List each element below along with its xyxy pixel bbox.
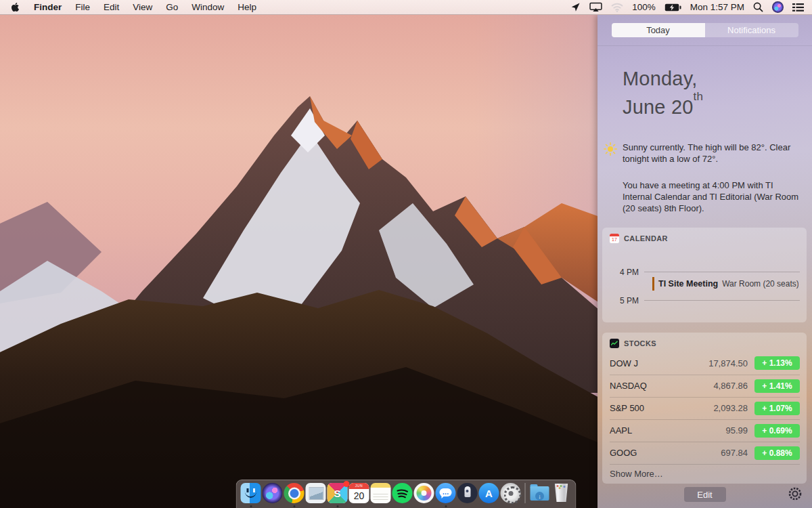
- date-line2: June 20th: [623, 91, 812, 119]
- stock-row-sp500[interactable]: S&P 500 2,093.28 + 1.07%: [610, 397, 800, 419]
- stock-symbol: GOOG: [610, 448, 721, 458]
- nc-header-divider: [597, 45, 812, 46]
- dock-system-preferences[interactable]: [501, 483, 521, 503]
- weather-summary: Sunny currently. The high will be 82°. C…: [623, 142, 802, 165]
- dock-downloads[interactable]: ↓: [530, 483, 550, 503]
- calendar-widget[interactable]: 17 CALENDAR 4 PM 5 PM TI Site Meeting Wa…: [602, 228, 807, 322]
- wifi-icon[interactable]: [611, 3, 623, 12]
- stock-value: 17,874.50: [708, 358, 748, 368]
- apple-icon: [11, 2, 20, 12]
- sun-icon: [604, 142, 617, 156]
- event-location: War Room (20 seats) 8t…: [722, 279, 798, 289]
- stock-row-aapl[interactable]: AAPL 95.99 + 0.69%: [610, 419, 800, 442]
- menu-item-edit[interactable]: Edit: [97, 2, 126, 12]
- stock-value: 2,093.28: [713, 403, 748, 413]
- battery-charging-icon[interactable]: [664, 3, 681, 12]
- dock: S JUN 20 … A ↓: [236, 480, 577, 508]
- event-title: TI Site Meeting: [658, 279, 718, 289]
- tab-today[interactable]: Today: [612, 23, 705, 37]
- menu-item-go[interactable]: Go: [159, 2, 185, 12]
- chrome-icon: [284, 483, 304, 503]
- notification-center-panel: Today Notifications Monday, June 20th Su…: [597, 15, 812, 508]
- dock-slack[interactable]: S: [328, 483, 348, 503]
- stock-value: 697.84: [721, 448, 748, 458]
- location-icon[interactable]: [570, 2, 581, 12]
- date-ordinal-suffix: th: [694, 90, 704, 103]
- calendar-widget-icon: 17: [610, 234, 619, 243]
- spotlight-icon[interactable]: [753, 2, 763, 12]
- meeting-summary: You have a meeting at 4:00 PM with TI In…: [623, 179, 802, 214]
- stock-change-badge[interactable]: + 1.41%: [754, 379, 800, 393]
- calendar-icon-day: 20: [349, 489, 369, 503]
- dock-spotify[interactable]: [392, 483, 413, 503]
- stocks-widget[interactable]: STOCKS DOW J 17,874.50 + 1.13% NASDAQ 4,…: [602, 333, 807, 484]
- hour-label-4pm: 4 PM: [602, 268, 644, 277]
- hour-line: [644, 300, 800, 301]
- dock-chrome[interactable]: [284, 483, 304, 503]
- stock-row-nasdaq[interactable]: NASDAQ 4,867.86 + 1.41%: [610, 375, 800, 397]
- apple-menu[interactable]: [0, 2, 27, 12]
- menu-item-window[interactable]: Window: [185, 2, 231, 12]
- hour-line: [644, 272, 800, 272]
- calendar-app-icon: JUN 20: [349, 483, 369, 503]
- menu-item-help[interactable]: Help: [231, 2, 263, 12]
- dock-messages[interactable]: …: [436, 483, 456, 503]
- rocket-icon: [457, 483, 478, 503]
- today-date-heading: Monday, June 20th: [623, 67, 812, 119]
- date-line1: Monday,: [623, 67, 812, 91]
- dock-photos[interactable]: [414, 483, 434, 503]
- mail-icon: [306, 483, 326, 503]
- edit-button[interactable]: Edit: [684, 487, 726, 502]
- calendar-icon-month: JUN: [349, 483, 369, 489]
- dock-trash[interactable]: [551, 483, 572, 503]
- nc-bottom-bar: Edit: [597, 481, 812, 508]
- stocks-widget-title: STOCKS: [624, 339, 656, 347]
- notes-icon: [371, 483, 391, 503]
- menu-bar-clock[interactable]: Mon 1:57 PM: [690, 2, 744, 12]
- dock-finder[interactable]: [241, 483, 261, 503]
- dock-separator: [525, 483, 526, 503]
- stock-change-badge[interactable]: + 1.07%: [754, 402, 800, 415]
- finder-icon: [241, 483, 261, 503]
- calendar-event[interactable]: TI Site Meeting War Room (20 seats) 8t…: [652, 276, 798, 292]
- calendar-hour-row: 5 PM: [602, 296, 800, 305]
- notification-center-icon[interactable]: [792, 3, 804, 12]
- menu-item-file[interactable]: File: [68, 2, 97, 12]
- spotify-icon: [392, 483, 413, 503]
- stock-change-badge[interactable]: + 1.13%: [754, 356, 800, 370]
- photos-icon: [414, 483, 434, 503]
- stock-symbol: NASDAQ: [610, 381, 713, 391]
- gear-icon[interactable]: [787, 486, 803, 502]
- calendar-hour-row: 4 PM: [602, 268, 800, 277]
- stock-change-badge[interactable]: + 0.88%: [754, 446, 800, 460]
- stock-row-dowj[interactable]: DOW J 17,874.50 + 1.13%: [610, 352, 800, 375]
- event-color-bar: [652, 277, 654, 291]
- menu-item-finder[interactable]: Finder: [27, 2, 68, 12]
- hour-label-5pm: 5 PM: [602, 296, 644, 305]
- messages-icon: …: [436, 483, 456, 503]
- appstore-letter: A: [485, 488, 493, 499]
- stock-value: 95.99: [725, 425, 748, 436]
- desktop: Finder File Edit View Go Window Help 100…: [0, 0, 812, 508]
- dock-mail[interactable]: [306, 483, 326, 503]
- dock-notes[interactable]: [371, 483, 391, 503]
- battery-percent: 100%: [632, 2, 656, 12]
- menu-item-view[interactable]: View: [126, 2, 159, 12]
- stocks-widget-icon: [610, 339, 619, 348]
- siri-icon[interactable]: [772, 1, 784, 13]
- download-arrow-icon: ↓: [535, 492, 544, 501]
- stock-row-goog[interactable]: GOOG 697.84 + 0.88%: [610, 442, 800, 464]
- dock-rocket-app[interactable]: [457, 483, 478, 503]
- nc-tab-switcher: Today Notifications: [612, 23, 798, 37]
- system-preferences-icon: [501, 483, 521, 503]
- dock-siri[interactable]: [263, 483, 283, 503]
- tab-notifications[interactable]: Notifications: [705, 23, 798, 37]
- app-store-icon: A: [479, 483, 499, 503]
- stock-symbol: S&P 500: [610, 403, 713, 413]
- dock-app-store[interactable]: A: [479, 483, 499, 503]
- dock-calendar[interactable]: JUN 20: [349, 483, 369, 503]
- airplay-icon[interactable]: [589, 2, 602, 12]
- calendar-widget-title: CALENDAR: [624, 234, 668, 242]
- stock-change-badge[interactable]: + 0.69%: [754, 424, 800, 438]
- siri-app-icon: [263, 483, 283, 503]
